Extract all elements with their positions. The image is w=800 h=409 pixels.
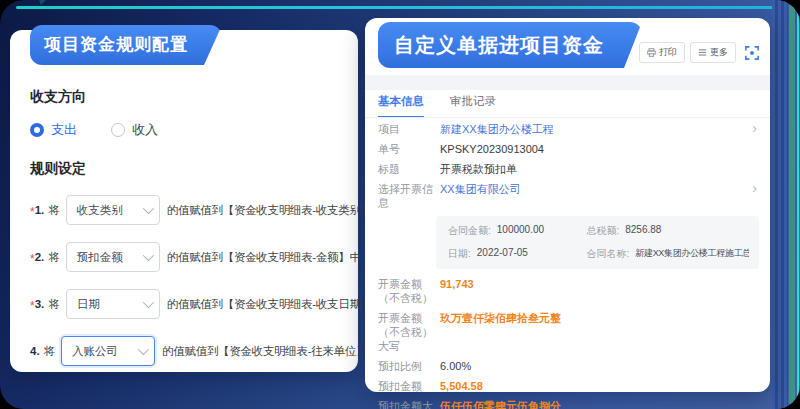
radio-selected-icon xyxy=(30,123,44,137)
rule-number: 2. xyxy=(35,251,45,263)
tab-bar: 基本信息 审批记录 xyxy=(378,94,496,118)
fund-rule-config-panel: 项目资金规则配置 收支方向 支出 收入 规则设定 * 1. 将 收 xyxy=(10,30,358,372)
contract-summary-box: 合同金额: 100000.00 总税额: 8256.88 日期: 2022-07… xyxy=(436,216,759,269)
rule-1-field-value: 收支类别 xyxy=(77,203,123,218)
rule-3-field-value: 日期 xyxy=(77,297,100,312)
rule-2-field-value: 预扣金额 xyxy=(77,250,123,265)
rule-number: 1. xyxy=(35,204,45,216)
direction-radio-group: 支出 收入 xyxy=(30,121,342,139)
row-project: 项目 新建XX集团办公楼工程 › xyxy=(378,122,759,136)
contract-amount: 合同金额: 100000.00 xyxy=(448,224,586,238)
screenshot-stage: 项目资金规则配置 收支方向 支出 收入 规则设定 * 1. 将 收 xyxy=(0,0,800,409)
rule-suffix-text: 的值赋值到【资金收支明细表-收支类别】中 xyxy=(167,203,383,218)
rule-prefix: 将 xyxy=(44,344,56,359)
frame-right-cyan-line xyxy=(797,8,799,401)
field-label: 预扣金额 xyxy=(378,379,440,393)
contract-tax: 总税额: 8256.88 xyxy=(586,224,749,238)
title-value: 开票税款预扣单 xyxy=(440,162,759,176)
radio-income-label: 收入 xyxy=(132,121,158,139)
rule-4-field-select[interactable]: 入账公司 xyxy=(61,336,155,366)
radio-income[interactable]: 收入 xyxy=(111,121,158,139)
row-withhold-amount: 预扣金额 5,504.58 xyxy=(378,379,759,393)
chevron-right-icon[interactable]: › xyxy=(752,181,757,195)
frame-top-accent-line xyxy=(16,6,774,9)
rules-section-label: 规则设定 xyxy=(30,160,342,178)
left-panel-title: 项目资金规则配置 xyxy=(44,35,188,54)
doc-no-value: KPSKY20230913004 xyxy=(440,142,759,156)
field-label: 预扣金额大写 xyxy=(378,399,440,409)
rule-row-4: 4. 将 入账公司 的值赋值到【资金收支明细表-往来单位】中 xyxy=(30,336,342,366)
panel-toolbar: 打印 更多 xyxy=(639,42,759,63)
print-button-label: 打印 xyxy=(659,46,677,59)
chevron-down-icon xyxy=(143,250,154,261)
invoice-amount-value: 91,743 xyxy=(440,277,759,291)
left-panel-title-badge: 项目资金规则配置 xyxy=(30,25,222,65)
more-button[interactable]: 更多 xyxy=(690,42,736,63)
field-label: 标题 xyxy=(378,162,440,176)
field-label: 项目 xyxy=(378,122,440,136)
contract-date: 日期: 2022-07-05 xyxy=(448,247,586,261)
row-withhold-amount-caps: 预扣金额大写 伍仟伍佰零肆元伍角捌分 xyxy=(378,399,759,409)
chevron-down-icon xyxy=(138,344,149,355)
rule-prefix: 将 xyxy=(48,297,60,312)
print-button[interactable]: 打印 xyxy=(639,42,685,63)
rule-3-field-select[interactable]: 日期 xyxy=(66,289,160,319)
rule-1-field-select[interactable]: 收支类别 xyxy=(66,195,160,225)
detail-rows: 项目 新建XX集团办公楼工程 › 单号 KPSKY20230913004 标题 … xyxy=(378,122,759,409)
more-button-label: 更多 xyxy=(710,46,728,59)
withhold-ratio-value: 6.00% xyxy=(440,359,759,373)
right-panel-title: 自定义单据进项目资金 xyxy=(394,34,604,56)
row-withhold-ratio: 预扣比例 6.00% xyxy=(378,359,759,373)
field-label: 单号 xyxy=(378,142,440,156)
withhold-amount-value: 5,504.58 xyxy=(440,379,759,393)
rule-prefix: 将 xyxy=(48,250,60,265)
row-invoice-amount: 开票金额（不含税） 91,743 xyxy=(378,277,759,305)
fullscreen-expand-icon[interactable] xyxy=(745,46,759,60)
frame-right-teal-strip xyxy=(789,4,795,405)
right-panel-title-badge: 自定义单据进项目资金 xyxy=(378,22,642,68)
custom-document-panel: 自定义单据进项目资金 打印 更多 xyxy=(365,18,770,392)
chevron-down-icon xyxy=(143,297,154,308)
rule-number: 3. xyxy=(35,298,45,310)
field-label: 预扣比例 xyxy=(378,359,440,373)
field-label: 开票金额（不含税）大写 xyxy=(378,311,440,353)
radio-expense[interactable]: 支出 xyxy=(30,121,77,139)
row-title: 标题 开票税款预扣单 xyxy=(378,162,759,176)
rule-4-field-value: 入账公司 xyxy=(72,344,118,359)
more-menu-icon xyxy=(698,48,707,57)
rule-suffix-text: 的值赋值到【资金收支明细表-往来单位】中 xyxy=(162,344,378,359)
invoice-company-link[interactable]: XX集团有限公司 xyxy=(440,182,759,196)
field-label: 选择开票信息 xyxy=(378,182,440,210)
rule-number: 4. xyxy=(30,345,40,357)
header-band xyxy=(365,75,770,90)
rule-row-2: * 2. 将 预扣金额 的值赋值到【资金收支明细表-金额】中 xyxy=(30,242,342,272)
row-invoice-info: 选择开票信息 XX集团有限公司 › xyxy=(378,182,759,210)
contract-name: 合同名称: 新建XX集团办公楼工程施工总承包合同 xyxy=(586,247,749,261)
frame-right-striped-band xyxy=(772,0,788,409)
row-invoice-amount-caps: 开票金额（不含税）大写 玖万壹仟柒佰肆拾叁元整 xyxy=(378,311,759,353)
rule-row-1: * 1. 将 收支类别 的值赋值到【资金收支明细表-收支类别】中 xyxy=(30,195,342,225)
left-panel-body: 收支方向 支出 收入 规则设定 * 1. 将 收支类别 xyxy=(10,30,358,366)
tab-basic-info[interactable]: 基本信息 xyxy=(378,94,424,118)
radio-expense-label: 支出 xyxy=(51,121,77,139)
rule-row-3: * 3. 将 日期 的值赋值到【资金收支明细表-收支日期】中 xyxy=(30,289,342,319)
tab-divider xyxy=(365,117,770,118)
printer-icon xyxy=(647,48,656,57)
rule-2-field-select[interactable]: 预扣金额 xyxy=(66,242,160,272)
rule-suffix-text: 的值赋值到【资金收支明细表-收支日期】中 xyxy=(167,297,383,312)
direction-section-label: 收支方向 xyxy=(30,88,342,106)
rule-prefix: 将 xyxy=(48,203,60,218)
row-doc-no: 单号 KPSKY20230913004 xyxy=(378,142,759,156)
field-label: 开票金额（不含税） xyxy=(378,277,440,305)
project-link[interactable]: 新建XX集团办公楼工程 xyxy=(440,122,759,136)
rule-suffix-text: 的值赋值到【资金收支明细表-金额】中 xyxy=(167,250,361,265)
chevron-right-icon[interactable]: › xyxy=(752,121,757,135)
radio-unselected-icon xyxy=(111,123,125,137)
chevron-down-icon xyxy=(143,203,154,214)
withhold-amount-caps-value: 伍仟伍佰零肆元伍角捌分 xyxy=(440,399,759,409)
invoice-amount-caps-value: 玖万壹仟柒佰肆拾叁元整 xyxy=(440,311,759,325)
tab-approval-record[interactable]: 审批记录 xyxy=(450,94,496,118)
